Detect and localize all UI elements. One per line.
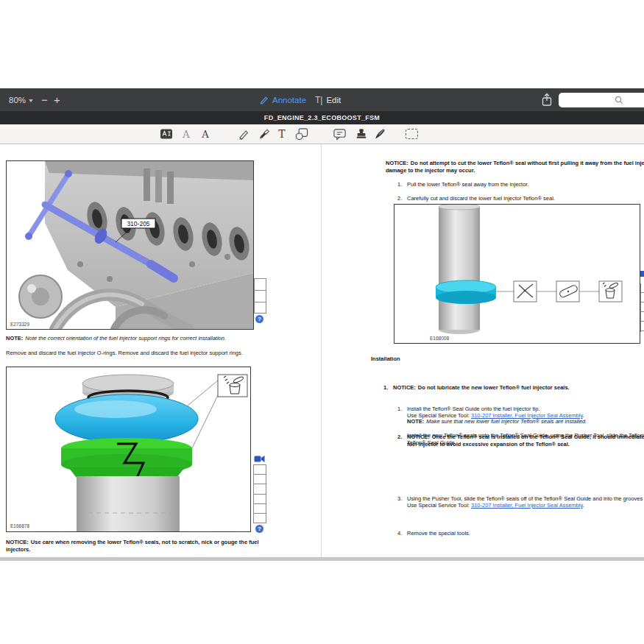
pencil-tool-icon[interactable] xyxy=(236,124,252,144)
figure-id: E166878 xyxy=(10,523,29,528)
figure-id: E273329 xyxy=(10,322,29,327)
share-button[interactable] xyxy=(541,93,553,107)
page-right-column: NOTICE:Do not attempt to cut the lower T… xyxy=(322,145,644,557)
markup-toolbar: A A T xyxy=(0,124,644,144)
body-paragraph: Install the new Teflon® seals onto the T… xyxy=(407,432,644,446)
sst-line: Use Special Service Tool: 310-207 Instal… xyxy=(407,502,644,509)
list-item: 1. Install the Teflon® Seal Guide onto t… xyxy=(397,406,644,420)
video-icon[interactable] xyxy=(254,455,265,463)
parts-list-widget xyxy=(254,278,266,314)
shapes-tool-icon[interactable] xyxy=(293,124,309,144)
callout-310-205: 310-205 xyxy=(127,220,149,227)
installation-heading: Installation xyxy=(371,355,400,363)
zoom-out-button[interactable]: − xyxy=(41,88,48,111)
notice-paragraph: NOTICE:Use care when removing the lower … xyxy=(6,539,269,553)
zoom-level-value: 80% xyxy=(9,96,26,105)
font-style-light-icon[interactable]: A xyxy=(178,124,194,144)
tab-edit[interactable]: T| Edit xyxy=(315,88,341,111)
figure-engine-tool: 310-205 E273329 xyxy=(6,160,254,330)
text-recognition-icon[interactable] xyxy=(158,124,174,144)
edit-label: Edit xyxy=(326,96,341,105)
selection-tool-icon[interactable] xyxy=(403,124,420,144)
zoom-level-dropdown[interactable]: 80% xyxy=(9,88,33,111)
list-item: 3. Using the Pusher Tool, slide the Tefl… xyxy=(397,495,644,509)
stamp-tool-icon[interactable] xyxy=(353,124,369,144)
note-paragraph: NOTE:Make sure that new lower fuel injec… xyxy=(407,418,644,425)
annotate-label: Annotate xyxy=(272,96,306,105)
share-icon xyxy=(541,93,553,107)
parts-list-widget xyxy=(253,464,266,523)
search-icon xyxy=(615,96,623,105)
sst-link[interactable]: 310-207 Installer, Fuel Injector Seal As… xyxy=(471,502,583,509)
list-item: 1.Pull the lower Teflon® seal away from … xyxy=(397,181,628,188)
top-toolbar: 80% − + Annotate T| Edit xyxy=(0,88,644,111)
page-bottom-edge xyxy=(0,557,644,561)
font-style-dark-icon[interactable]: A xyxy=(197,124,213,144)
note-tool-icon[interactable] xyxy=(331,124,347,144)
note-paragraph: NOTE:Note the correct orientation of the… xyxy=(6,335,226,342)
figure-id: E168008 xyxy=(430,336,449,341)
text-tool-icon[interactable]: T xyxy=(274,124,290,144)
highlighter-tool-icon[interactable] xyxy=(255,124,272,144)
body-paragraph: Remove and discard the fuel injector O-r… xyxy=(6,350,243,357)
document-titlebar: FD_ENGINE_2.3_ECOBOOST_FSM xyxy=(0,111,644,124)
list-item: 2.Carefully cut and discard the lower fu… xyxy=(397,195,628,202)
tab-annotate[interactable]: Annotate xyxy=(259,88,306,111)
video-icon xyxy=(640,271,644,277)
help-icon[interactable]: ? xyxy=(255,525,263,533)
search-input[interactable] xyxy=(563,93,610,107)
step-text: Using the Pusher Tool, slide the Teflon®… xyxy=(407,495,644,503)
list-item: 1. NOTICE:Do not lubricate the new lower… xyxy=(383,384,644,392)
notice-paragraph: NOTICE:Do not attempt to cut the lower T… xyxy=(386,160,644,174)
help-icon[interactable]: ? xyxy=(255,315,263,323)
document-title: FD_ENGINE_2.3_ECOBOOST_FSM xyxy=(264,114,380,121)
list-item: 4.Remove the special tools. xyxy=(397,530,628,537)
parts-list-widget xyxy=(640,283,644,332)
text-edit-icon: T| xyxy=(315,95,322,105)
zoom-in-button[interactable]: + xyxy=(54,88,60,111)
pen-tool-icon[interactable] xyxy=(372,124,388,144)
search-field xyxy=(559,93,644,107)
page-left-column: 310-205 E273329 ? NOTE:Note the correct … xyxy=(0,145,321,557)
chevron-down-icon xyxy=(29,99,33,102)
annotate-pencil-icon xyxy=(259,95,269,105)
figure-seal-removal: E168008 xyxy=(394,204,640,344)
figure-injector-seals: E166878 xyxy=(6,367,251,532)
step-text: Install the Teflon® Seal Guide onto the … xyxy=(407,406,644,413)
